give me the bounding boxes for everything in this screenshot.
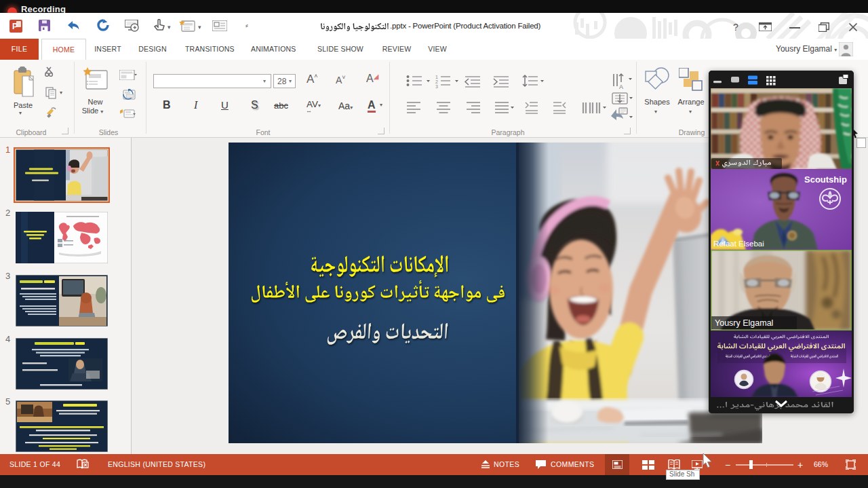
svg-text:2: 2 — [435, 79, 438, 84]
svg-text:1: 1 — [435, 75, 438, 79]
svg-text:Scoutship: Scoutship — [804, 174, 847, 185]
svg-text:3: 3 — [435, 84, 438, 89]
svg-text:P: P — [12, 22, 18, 31]
svg-text:A: A — [619, 83, 623, 90]
svg-text:Refaat Elsebai: Refaat Elsebai — [713, 240, 764, 248]
svg-text:Yousry Elgamal: Yousry Elgamal — [715, 318, 773, 328]
